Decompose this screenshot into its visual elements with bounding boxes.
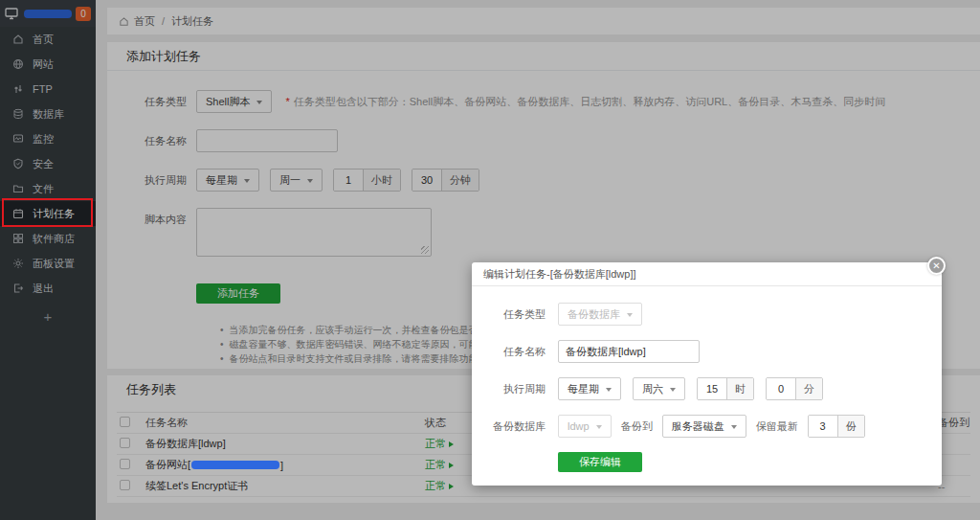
modal-hour-input[interactable] bbox=[698, 378, 726, 399]
modal-keep-label: 保留最新 bbox=[756, 419, 798, 434]
modal-minute-suffix: 分 bbox=[795, 378, 822, 399]
modal-task-name-label: 任务名称 bbox=[472, 345, 546, 359]
modal-cycle-label: 执行周期 bbox=[472, 382, 546, 396]
modal-backup-to-label: 备份到 bbox=[621, 419, 653, 434]
chevron-down-icon bbox=[670, 388, 676, 395]
modal-keep-input[interactable] bbox=[809, 416, 837, 437]
modal-minute-input[interactable] bbox=[767, 378, 795, 399]
modal-db-select: ldwp bbox=[558, 415, 612, 438]
chevron-down-icon bbox=[627, 313, 633, 320]
close-icon[interactable]: ✕ bbox=[927, 257, 946, 275]
chevron-down-icon bbox=[731, 425, 737, 432]
modal-task-type-label: 任务类型 bbox=[472, 307, 546, 322]
modal-hour-suffix: 时 bbox=[726, 378, 753, 399]
edit-task-modal: 编辑计划任务-[备份数据库[ldwp]] ✕ 任务类型 备份数据库 任务名称 执… bbox=[472, 262, 942, 486]
modal-task-name-input[interactable] bbox=[558, 340, 700, 363]
modal-hour-field: 时 bbox=[697, 377, 754, 400]
modal-cycle-unit-select[interactable]: 每星期 bbox=[558, 377, 621, 400]
modal-keep-suffix: 份 bbox=[837, 416, 864, 437]
modal-minute-field: 分 bbox=[766, 377, 823, 400]
modal-db-label: 备份数据库 bbox=[472, 419, 546, 434]
modal-keep-field: 份 bbox=[808, 415, 865, 438]
modal-task-type-select: 备份数据库 bbox=[558, 303, 642, 326]
modal-backup-to-select[interactable]: 服务器磁盘 bbox=[662, 415, 746, 438]
domain-redaction bbox=[191, 461, 279, 469]
chevron-down-icon bbox=[606, 388, 612, 395]
modal-cycle-day-select[interactable]: 周六 bbox=[633, 377, 685, 400]
chevron-down-icon bbox=[596, 425, 602, 432]
modal-title: 编辑计划任务-[备份数据库[ldwp]] bbox=[472, 262, 942, 286]
save-edit-button[interactable]: 保存编辑 bbox=[558, 452, 642, 472]
